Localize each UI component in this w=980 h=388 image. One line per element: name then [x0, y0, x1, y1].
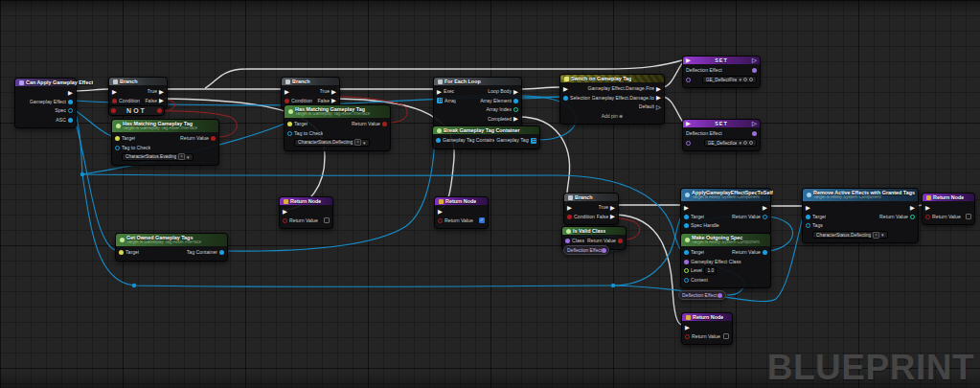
- obj-pin[interactable]: [68, 118, 73, 123]
- boolh-pin[interactable]: [685, 334, 690, 339]
- return-node-3[interactable]: Return Node▶Return Value: [922, 193, 975, 225]
- boolh-pin[interactable]: [925, 215, 930, 219]
- for-each-loop[interactable]: For Each Loop▶ExecLoop Body▶ArrayArray E…: [433, 77, 522, 127]
- return-value-checkbox[interactable]: [723, 333, 729, 339]
- bool-pin[interactable]: [567, 215, 572, 219]
- exec-pin[interactable]: ▶: [68, 90, 73, 96]
- return-node-2[interactable]: Return Node▶Return Value✓: [434, 196, 489, 229]
- exec-pin[interactable]: ▶: [331, 89, 336, 95]
- not-node[interactable]: NOT: [108, 105, 165, 116]
- exec-pin[interactable]: ▶: [685, 325, 690, 331]
- obj-pin[interactable]: [684, 250, 689, 255]
- tag-dropdown[interactable]: CharacterStatus.Deflecting×▾: [294, 139, 370, 147]
- return-node-3-header[interactable]: Return Node: [923, 194, 974, 201]
- for-each-loop-header[interactable]: For Each Loop: [434, 78, 521, 85]
- boolh-pin[interactable]: [283, 218, 287, 223]
- return-value-checkbox[interactable]: [324, 217, 330, 223]
- switch-on-gameplay-tag[interactable]: Switch on Gameplay Tag▶Gameplay Effect.D…: [559, 74, 665, 125]
- return-node-4[interactable]: Return Node▶Return Value: [681, 312, 733, 345]
- exec-pin[interactable]: ▶: [610, 214, 615, 219]
- exech-pin[interactable]: ▷: [752, 57, 757, 63]
- blueprint-canvas[interactable]: Can Apply Gameplay Effect▶Gameplay Effec…: [0, 0, 980, 388]
- set-deflection-effect-fire-header[interactable]: SET▶▷: [683, 57, 760, 64]
- obj-pin[interactable]: [684, 215, 689, 219]
- clsh-pin[interactable]: [686, 141, 691, 146]
- has-matching-gameplay-tag-1-header[interactable]: Has Matching Gameplay TagTarget is Gamep…: [112, 120, 218, 132]
- objh-pin[interactable]: [68, 108, 73, 113]
- return-value-checkbox[interactable]: ✓: [479, 217, 485, 223]
- boolh-pin[interactable]: [438, 218, 443, 223]
- branch-3-header[interactable]: Branch: [564, 194, 618, 201]
- tag-dropdown[interactable]: CharacterStatus.Evading×▾: [122, 153, 194, 161]
- exech-pin[interactable]: ▷: [752, 121, 757, 126]
- cls-pin[interactable]: [752, 131, 757, 136]
- return-node-1-header[interactable]: Return Node: [280, 197, 332, 205]
- exec-pin[interactable]: ▶: [112, 89, 117, 95]
- branch-2-header[interactable]: Branch: [282, 78, 339, 85]
- asset-dropdown[interactable]: GE_DeflectFire▾: [702, 76, 757, 83]
- cls-pin[interactable]: [602, 248, 606, 253]
- exec-pin[interactable]: ▶: [925, 205, 930, 211]
- branch-1-header[interactable]: Branch: [109, 78, 167, 85]
- bool-pin[interactable]: [157, 108, 162, 113]
- exec-pin[interactable]: ▶: [437, 89, 442, 95]
- apply-gameplay-effect-spec-to-self[interactable]: ApplyGameplayEffectSpecToSelfTarget is A…: [680, 188, 771, 235]
- exec-pin[interactable]: ▶: [610, 205, 615, 211]
- exech-pin[interactable]: ▷: [656, 104, 661, 110]
- exec-pin[interactable]: ▶: [684, 205, 689, 211]
- exec-pin[interactable]: ▶: [159, 89, 164, 95]
- flth-pin[interactable]: [684, 268, 689, 273]
- tag-clear-icon[interactable]: ×: [354, 139, 361, 146]
- cls-pin[interactable]: [752, 68, 757, 73]
- exec-pin[interactable]: ▶: [910, 205, 915, 211]
- tag-clear-icon[interactable]: ×: [178, 153, 185, 160]
- obj-pin[interactable]: [68, 100, 73, 104]
- make-outgoing-spec-header[interactable]: Make Outgoing SpecTarget is Ability Syst…: [681, 234, 770, 246]
- return-node-1[interactable]: Return Node▶Return Value: [279, 196, 333, 229]
- branch-3[interactable]: Branch▶True▶ConditionFalse▶: [563, 193, 619, 225]
- deflection-effect-var-1[interactable]: Deflection Effect: [563, 245, 609, 255]
- obj-pin[interactable]: [806, 215, 810, 219]
- strh-pin[interactable]: [684, 278, 689, 283]
- objh-pin[interactable]: [763, 215, 767, 219]
- bool-pin[interactable]: [382, 122, 387, 126]
- strh-pin[interactable]: [115, 146, 120, 150]
- cls-pin[interactable]: [718, 293, 722, 298]
- clsh-pin[interactable]: [686, 78, 691, 82]
- strh-pin[interactable]: [806, 223, 810, 228]
- can-apply-gameplay-effect[interactable]: Can Apply Gameplay Effect▶Gameplay Effec…: [14, 78, 77, 128]
- exec-pin[interactable]: ▶: [686, 57, 691, 63]
- exec-pin[interactable]: ▶: [159, 98, 164, 103]
- browse-asset-icon[interactable]: [749, 141, 753, 145]
- bool-pin[interactable]: [285, 99, 289, 103]
- break-gameplay-tag-container-header[interactable]: Break Gameplay Tag Container: [433, 126, 539, 134]
- exec-pin[interactable]: ▶: [438, 209, 443, 215]
- cls-pin[interactable]: [565, 239, 570, 243]
- obj-pin[interactable]: [763, 250, 767, 255]
- apply-gameplay-effect-spec-to-self-header[interactable]: ApplyGameplayEffectSpecToSelfTarget is A…: [681, 189, 770, 201]
- exec-pin[interactable]: ▶: [513, 116, 518, 122]
- return-value-checkbox[interactable]: [966, 214, 971, 219]
- exec-pin[interactable]: ▶: [567, 205, 572, 211]
- bool-pin[interactable]: [111, 108, 116, 113]
- exec-pin[interactable]: ▶: [283, 209, 287, 215]
- get-owned-gameplay-tags-header[interactable]: Get Owned Gameplay TagsTarget is Gamepla…: [116, 234, 227, 246]
- is-valid-class-header[interactable]: Is Valid Class: [562, 227, 626, 235]
- obj-pin[interactable]: [684, 223, 689, 228]
- strh-pin[interactable]: [287, 131, 292, 136]
- exec-pin[interactable]: ▶: [686, 121, 691, 126]
- cls-pin[interactable]: [684, 260, 689, 264]
- browse-asset-icon[interactable]: [749, 78, 753, 81]
- tag-clear-icon[interactable]: ×: [873, 232, 879, 239]
- remove-active-effects-with-granted-tags-header[interactable]: Remove Active Effects with Granted TagsT…: [803, 189, 918, 201]
- return-node-4-header[interactable]: Return Node: [682, 313, 732, 321]
- inth-pin[interactable]: [513, 107, 518, 112]
- deflection-effect-var-2[interactable]: Deflection Effect: [678, 290, 726, 300]
- ifc-pin[interactable]: [115, 136, 120, 141]
- has-matching-gameplay-tag-1[interactable]: Has Matching Gameplay TagTarget is Gamep…: [111, 119, 219, 166]
- ifc-pin[interactable]: [287, 122, 292, 126]
- exec-pin[interactable]: ▶: [763, 205, 767, 211]
- use-selected-icon[interactable]: [743, 78, 747, 81]
- exec-pin[interactable]: ▶: [656, 86, 661, 92]
- obj-pin[interactable]: [563, 96, 568, 101]
